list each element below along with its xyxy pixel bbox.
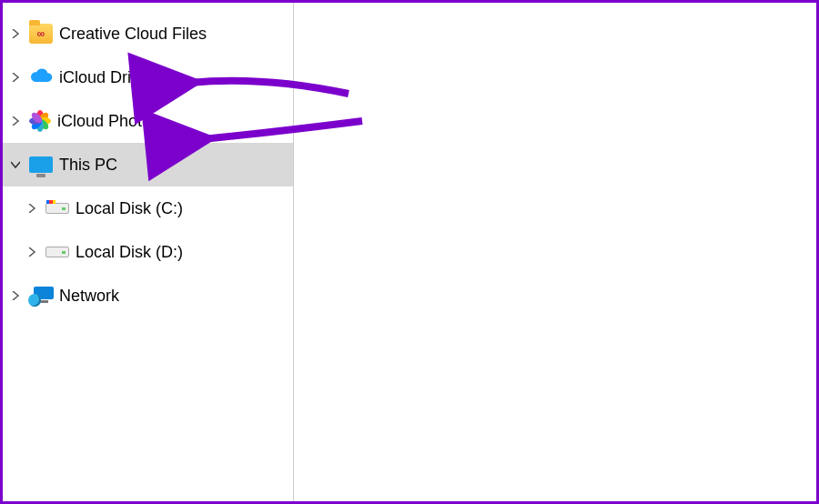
icloud-drive-icon xyxy=(28,65,54,90)
local-disk-icon xyxy=(45,239,70,265)
chevron-right-icon[interactable] xyxy=(8,288,23,303)
nav-item-label: Local Disk (C:) xyxy=(76,199,183,218)
local-disk-icon xyxy=(45,196,70,221)
nav-item-label: iCloud Drive xyxy=(59,68,148,87)
nav-item-label: Creative Cloud Files xyxy=(59,25,207,44)
chevron-right-icon[interactable] xyxy=(25,201,39,216)
nav-item-icloud-drive[interactable]: iCloud Drive xyxy=(3,55,293,99)
nav-item-creative-cloud-files[interactable]: ∞ Creative Cloud Files xyxy=(3,12,293,55)
nav-item-label: Network xyxy=(59,287,119,306)
nav-item-network[interactable]: Network xyxy=(3,274,293,318)
network-icon xyxy=(28,283,54,308)
icloud-photos-icon xyxy=(28,109,52,133)
nav-item-icloud-photos[interactable]: iCloud Photos xyxy=(3,99,293,143)
nav-item-label: Local Disk (D:) xyxy=(76,243,183,262)
chevron-down-icon[interactable] xyxy=(8,157,23,172)
nav-item-local-disk-c[interactable]: Local Disk (C:) xyxy=(3,186,293,230)
nav-item-label: This PC xyxy=(59,156,117,175)
this-pc-icon xyxy=(28,152,54,177)
chevron-right-icon[interactable] xyxy=(8,26,23,41)
nav-item-label: iCloud Photos xyxy=(57,112,159,131)
nav-item-local-disk-d[interactable]: Local Disk (D:) xyxy=(3,230,293,274)
chevron-right-icon[interactable] xyxy=(8,114,23,128)
chevron-right-icon[interactable] xyxy=(8,70,23,85)
chevron-right-icon[interactable] xyxy=(25,245,39,259)
nav-item-this-pc[interactable]: This PC xyxy=(3,143,293,186)
explorer-navigation-pane: ∞ Creative Cloud Files iCloud Drive iClo… xyxy=(3,3,294,501)
creative-cloud-folder-icon: ∞ xyxy=(28,21,54,46)
